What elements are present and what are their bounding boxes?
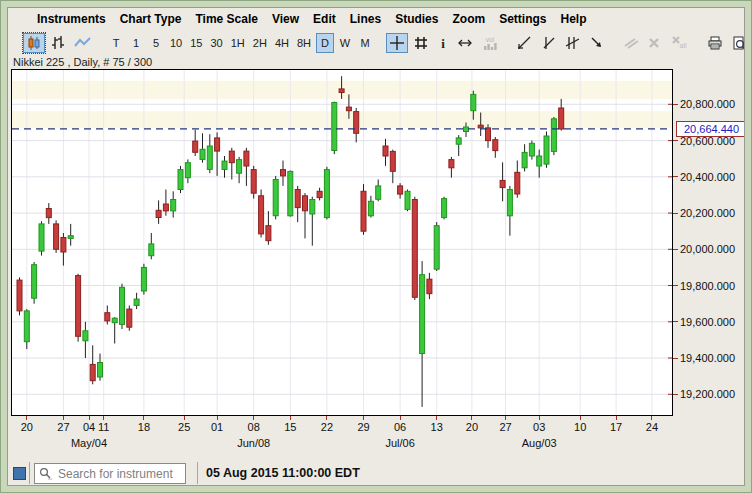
- menu-item-view[interactable]: View: [265, 10, 306, 28]
- pointer-tool-button[interactable]: [586, 33, 608, 53]
- time-axis-label: 06: [387, 421, 413, 433]
- menu-item-instruments[interactable]: Instruments: [30, 10, 113, 28]
- chart-title: Nikkei 225 , Daily, # 75 / 300: [13, 56, 152, 68]
- timeframe-monthly[interactable]: M: [356, 33, 374, 53]
- grid-toggle-button[interactable]: [410, 33, 432, 53]
- menu-item-settings[interactable]: Settings: [492, 10, 553, 28]
- timeframe-5min[interactable]: 5: [147, 33, 165, 53]
- time-axis-label: 18: [131, 421, 157, 433]
- instrument-search-box[interactable]: [34, 463, 186, 484]
- price-axis-value: 19,600.000: [680, 316, 735, 328]
- price-chart[interactable]: [11, 69, 673, 416]
- timeframe-10min[interactable]: 10: [167, 33, 185, 53]
- candlestick-plot[interactable]: [11, 69, 673, 416]
- toolbar-group: [22, 33, 96, 53]
- search-icon: [39, 467, 52, 480]
- info-tool-button[interactable]: i: [434, 33, 452, 53]
- time-axis-label: 13: [424, 421, 450, 433]
- search-input[interactable]: [56, 466, 181, 482]
- ohlc-bars-button[interactable]: [47, 33, 69, 53]
- parallel-icon: [623, 35, 639, 51]
- time-axis-label: 24: [639, 421, 665, 433]
- printer-icon: [707, 35, 723, 51]
- candlestick-chart-button[interactable]: [23, 33, 45, 53]
- trend1-icon: [517, 35, 533, 51]
- toolbar-group: T151015301H2H4H8HDWM: [106, 33, 375, 53]
- trend2-icon: [541, 35, 557, 51]
- volume-toggle-button: vol: [478, 33, 502, 53]
- line-chart-button[interactable]: [71, 33, 95, 53]
- price-axis-label: 19,200.000: [673, 388, 735, 401]
- print-button[interactable]: [704, 33, 726, 53]
- time-axis-tick: [616, 416, 617, 420]
- channel-tool-button[interactable]: [562, 33, 584, 53]
- price-axis-label: 19,800.000: [673, 279, 735, 292]
- price-axis-value: 20,400.000: [680, 171, 735, 183]
- timeframe-tick[interactable]: T: [107, 33, 125, 53]
- timeframe-daily[interactable]: D: [316, 33, 334, 53]
- bars-icon: [50, 35, 66, 51]
- volume-icon: vol: [481, 35, 499, 51]
- time-axis-label: 15: [277, 421, 303, 433]
- trendline-tool-button[interactable]: [514, 33, 536, 53]
- time-axis-tick: [253, 416, 254, 420]
- time-axis-tick: [184, 416, 185, 420]
- time-axis-label: 03: [526, 421, 552, 433]
- time-axis-tick: [217, 416, 218, 420]
- menu-item-chart-type[interactable]: Chart Type: [113, 10, 189, 28]
- arrow-icon: [589, 35, 605, 51]
- print-preview-button[interactable]: [728, 33, 745, 53]
- timeframe-8hour[interactable]: 8H: [294, 33, 314, 53]
- time-axis-label: 11: [91, 421, 117, 433]
- preview-icon: [731, 35, 745, 51]
- price-axis-label: 20,200.000: [673, 207, 735, 220]
- status-bar: 05 Aug 2015 11:00:00 EDT: [8, 459, 744, 486]
- time-axis-tick: [471, 416, 472, 420]
- candles-icon: [26, 35, 42, 51]
- crosshair-tool-button[interactable]: [386, 33, 408, 53]
- timeframe-1min[interactable]: 1: [127, 33, 145, 53]
- svg-text:vol: vol: [486, 36, 495, 43]
- timeframe-weekly[interactable]: W: [336, 33, 354, 53]
- price-axis-tick: [673, 213, 678, 214]
- time-axis-tick: [400, 416, 401, 420]
- menu-item-lines[interactable]: Lines: [343, 10, 388, 28]
- time-axis-tick: [26, 416, 27, 420]
- time-axis-tick: [63, 416, 64, 420]
- time-axis-month-label: Aug/03: [509, 437, 569, 449]
- timeframe-30min[interactable]: 30: [208, 33, 226, 53]
- time-axis-month-label: Jul/06: [370, 437, 430, 449]
- line-icon: [74, 35, 92, 51]
- price-axis-tick: [673, 140, 678, 141]
- time-axis-tick: [539, 416, 540, 420]
- time-axis-label: 08: [241, 421, 267, 433]
- time-axis-label: 20: [459, 421, 485, 433]
- timeframe-4hour[interactable]: 4H: [272, 33, 292, 53]
- x-icon: [647, 36, 661, 50]
- price-axis-tick: [673, 176, 678, 177]
- statusbar-separator: [29, 462, 30, 484]
- menu-item-studies[interactable]: Studies: [388, 10, 445, 28]
- price-axis-tick: [673, 321, 678, 322]
- menu-item-help[interactable]: Help: [553, 10, 593, 28]
- vertical-line-tool-button[interactable]: [538, 33, 560, 53]
- status-indicator-icon: [13, 467, 26, 480]
- horizontal-scroll-button[interactable]: [454, 33, 476, 53]
- timeframe-1hour[interactable]: 1H: [228, 33, 248, 53]
- menu-item-time-scale[interactable]: Time Scale: [188, 10, 264, 28]
- time-axis-tick: [89, 416, 90, 420]
- channel-icon: [565, 35, 581, 51]
- menu-item-zoom[interactable]: Zoom: [445, 10, 492, 28]
- toolbar-group: ivol: [385, 33, 503, 53]
- timeframe-2hour[interactable]: 2H: [250, 33, 270, 53]
- time-axis-label: 25: [171, 421, 197, 433]
- time-axis-tick: [290, 416, 291, 420]
- price-axis-value: 19,200.000: [680, 388, 735, 400]
- time-axis-label: 01: [204, 421, 230, 433]
- menu-item-edit[interactable]: Edit: [306, 10, 343, 28]
- price-axis-tick: [673, 394, 678, 395]
- price-axis-label: 20,400.000: [673, 170, 735, 183]
- time-axis: 20270411182501081522290613202703101724Ma…: [11, 416, 673, 452]
- timeframe-15min[interactable]: 15: [187, 33, 205, 53]
- time-axis-month-label: Jun/08: [224, 437, 284, 449]
